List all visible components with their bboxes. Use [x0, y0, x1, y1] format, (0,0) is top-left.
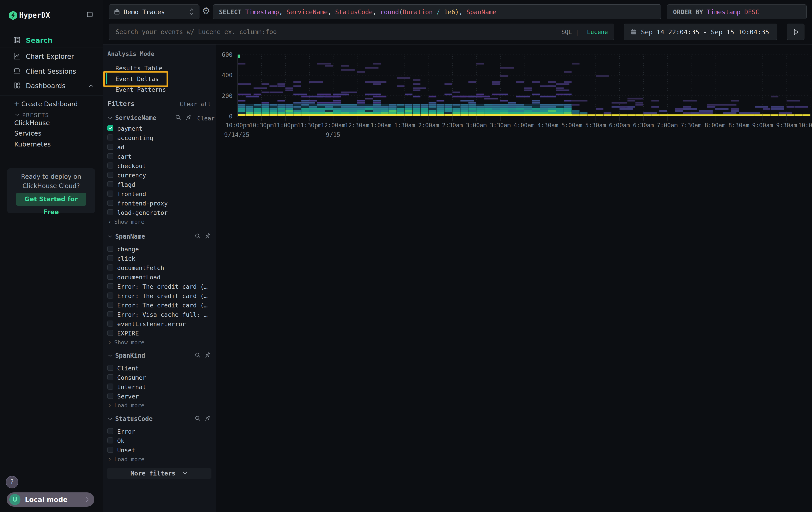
- filter-item-row[interactable]: EXPIRE: [103, 328, 216, 338]
- sidebar-item-kubernetes[interactable]: Kubernetes: [14, 141, 51, 147]
- filter-checkbox[interactable]: [107, 274, 113, 280]
- sidebar-item-search[interactable]: Search: [0, 33, 103, 47]
- filter-item-row[interactable]: Error: Visa cache full: …: [103, 309, 216, 319]
- filter-item-row[interactable]: Error: [103, 427, 216, 436]
- settings-gear-icon[interactable]: ⚙: [202, 6, 210, 16]
- filter-checkbox[interactable]: [107, 428, 113, 434]
- filter-item-row[interactable]: eventListener.error: [103, 319, 216, 328]
- filter-checkbox[interactable]: [107, 200, 113, 206]
- filter-item-row[interactable]: cart: [103, 152, 216, 161]
- filter-item-row[interactable]: change: [103, 244, 216, 253]
- filter-item-row[interactable]: Client: [103, 363, 216, 373]
- filter-checkbox[interactable]: [107, 383, 113, 389]
- pin-icon[interactable]: [185, 114, 192, 120]
- clear-all-button[interactable]: Clear all: [180, 101, 211, 107]
- search-input[interactable]: [115, 24, 556, 40]
- filter-checkbox[interactable]: [107, 134, 113, 140]
- presets-toggle[interactable]: PRESETS: [0, 110, 103, 120]
- load-more-link[interactable]: ›Load more: [103, 401, 216, 410]
- filter-item-row[interactable]: Consumer: [103, 373, 216, 382]
- filter-checkbox[interactable]: [107, 393, 113, 399]
- filter-checkbox[interactable]: [107, 144, 113, 150]
- chevron-up-icon[interactable]: [88, 84, 94, 88]
- time-range-picker[interactable]: Sep 14 22:04:35 - Sep 15 10:04:35: [624, 24, 777, 40]
- sidebar-item-chart-explorer[interactable]: Chart Explorer: [0, 49, 103, 63]
- filter-item-row[interactable]: currency: [103, 170, 216, 180]
- tab-results-table[interactable]: Results Table: [115, 65, 162, 71]
- search-icon[interactable]: [194, 233, 201, 239]
- sql-select-input[interactable]: SELECT Timestamp, ServiceName, StatusCod…: [213, 4, 661, 19]
- filter-checkbox[interactable]: [107, 365, 113, 371]
- tab-event-patterns[interactable]: Event Patterns: [115, 87, 166, 92]
- filter-item-row[interactable]: ad: [103, 142, 216, 152]
- sidebar-item-dashboards[interactable]: Dashboards: [0, 79, 103, 92]
- filter-checkbox[interactable]: [107, 311, 113, 317]
- filter-checkbox[interactable]: [107, 153, 113, 159]
- filter-checkbox[interactable]: [107, 437, 113, 443]
- filter-checkbox[interactable]: [107, 321, 113, 327]
- search-icon[interactable]: [175, 114, 181, 120]
- filter-item-row[interactable]: documentLoad: [103, 272, 216, 281]
- filter-item-row[interactable]: frontend: [103, 189, 216, 198]
- filter-item-row[interactable]: payment: [103, 124, 216, 133]
- filter-checkbox[interactable]: [107, 191, 113, 196]
- chevron-down-icon[interactable]: [107, 116, 113, 120]
- filter-item-row[interactable]: Server: [103, 392, 216, 401]
- filter-item-row[interactable]: Error: The credit card (…: [103, 281, 216, 291]
- filter-item-row[interactable]: checkout: [103, 161, 216, 170]
- filter-checkbox[interactable]: [107, 125, 113, 131]
- filter-item-label: cart: [117, 154, 132, 160]
- chevron-down-icon[interactable]: [107, 235, 113, 238]
- user-menu[interactable]: U Local mode: [7, 492, 94, 507]
- help-button[interactable]: ?: [6, 476, 18, 488]
- filter-item-row[interactable]: documentFetch: [103, 263, 216, 272]
- filter-checkbox[interactable]: [107, 265, 113, 270]
- get-started-button[interactable]: Get Started for Free: [16, 193, 86, 206]
- filter-item-row[interactable]: flagd: [103, 180, 216, 189]
- run-query-button[interactable]: [787, 24, 805, 40]
- lang-lucene-toggle[interactable]: Lucene: [587, 29, 608, 35]
- filter-checkbox[interactable]: [107, 209, 113, 215]
- filter-checkbox[interactable]: [107, 255, 113, 261]
- filter-checkbox[interactable]: [107, 246, 113, 252]
- filter-checkbox[interactable]: [107, 447, 113, 453]
- search-icon[interactable]: [194, 352, 201, 358]
- filter-item-row[interactable]: Error: The credit card (…: [103, 291, 216, 300]
- chevron-down-icon[interactable]: [107, 417, 113, 421]
- pin-icon[interactable]: [205, 233, 211, 239]
- filter-checkbox[interactable]: [107, 181, 113, 187]
- sidebar-item-client-sessions[interactable]: Client Sessions: [0, 64, 103, 78]
- filter-checkbox[interactable]: [107, 283, 113, 289]
- filter-item-row[interactable]: accounting: [103, 133, 216, 142]
- filter-checkbox[interactable]: [107, 293, 113, 298]
- chevron-down-icon[interactable]: [107, 354, 113, 357]
- trace-duration-heatmap[interactable]: [238, 55, 810, 121]
- sidebar-item-services[interactable]: Services: [14, 130, 41, 137]
- sidebar-item-clickhouse[interactable]: ClickHouse: [14, 120, 50, 126]
- filter-item-row[interactable]: Error: The credit card (…: [103, 300, 216, 309]
- show-more-link[interactable]: ›Show more: [103, 217, 216, 226]
- create-dashboard-button[interactable]: + Create Dashboard: [0, 98, 103, 109]
- load-more-link[interactable]: ›Load more: [103, 455, 216, 463]
- filter-item-row[interactable]: click: [103, 253, 216, 263]
- filter-item-row[interactable]: Unset: [103, 445, 216, 455]
- lang-sql-toggle[interactable]: SQL: [561, 29, 572, 35]
- collapse-sidebar-icon[interactable]: [86, 11, 93, 18]
- filter-checkbox[interactable]: [107, 330, 113, 336]
- filter-item-row[interactable]: Internal: [103, 382, 216, 392]
- filter-checkbox[interactable]: [107, 162, 113, 168]
- filter-checkbox[interactable]: [107, 302, 113, 308]
- show-more-link[interactable]: ›Show more: [103, 338, 216, 347]
- order-by-input[interactable]: ORDER BY Timestamp DESC: [667, 4, 807, 19]
- search-icon[interactable]: [194, 415, 201, 422]
- filter-checkbox[interactable]: [107, 374, 113, 380]
- filter-item-row[interactable]: frontend-proxy: [103, 198, 216, 208]
- pin-icon[interactable]: [205, 352, 211, 358]
- more-filters-button[interactable]: More filters: [107, 468, 211, 479]
- pin-icon[interactable]: [205, 415, 211, 422]
- source-select[interactable]: Demo Traces: [109, 4, 199, 19]
- filter-checkbox[interactable]: [107, 172, 113, 178]
- filter-item-row[interactable]: load-generator: [103, 208, 216, 217]
- clear-group-button[interactable]: Clear: [197, 115, 214, 121]
- filter-item-row[interactable]: Ok: [103, 436, 216, 445]
